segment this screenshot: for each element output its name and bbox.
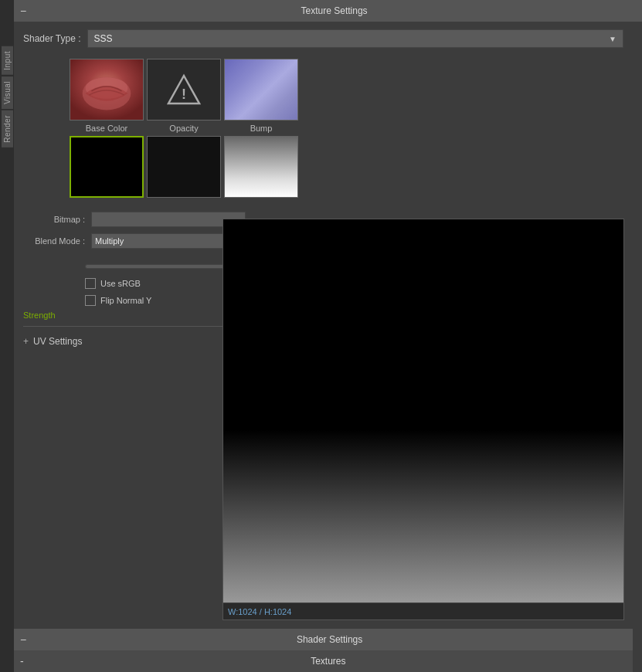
preview-dimensions-label: W:1024 / H:1024: [228, 607, 291, 616]
thumb-opacity-box[interactable]: !: [147, 59, 221, 120]
bitmap-label: Bitmap :: [23, 215, 85, 224]
bump-thumbnail: [225, 59, 297, 120]
textures-collapse-icon[interactable]: -: [20, 655, 24, 667]
shader-settings-title: Shader Settings: [32, 634, 627, 645]
title-bar-label: Texture Settings: [32, 5, 636, 16]
left-tab-visual[interactable]: Visual: [2, 76, 13, 109]
thumb-row2-1: [147, 136, 221, 198]
thumb-row2-2: [224, 136, 298, 198]
shader-type-value: SSS: [94, 33, 113, 44]
title-bar-collapse-button[interactable]: −: [20, 5, 26, 17]
thumbnails-row-1: Base Color ! Opacity: [60, 56, 633, 136]
blend-mode-value: Multiply: [95, 236, 124, 246]
thumb-base-color: Base Color: [70, 59, 144, 133]
thumb-bump: Bump: [224, 59, 298, 133]
blend-mode-label: Blend Mode :: [23, 236, 85, 246]
thumb-row2-0: [70, 136, 144, 198]
thumb-base-color-label: Base Color: [86, 124, 127, 133]
main-panel: − Texture Settings Shader Type : SSS ▼: [14, 0, 642, 672]
thumb-opacity-label: Opacity: [169, 124, 198, 133]
chevron-down-icon: ▼: [609, 35, 617, 43]
preview-canvas: [223, 219, 623, 602]
flip-normal-label: Flip Normal Y: [100, 296, 151, 305]
uv-settings-label: UV Settings: [33, 336, 82, 347]
base-color-thumbnail: [70, 59, 143, 120]
warning-icon: !: [167, 73, 201, 107]
flip-normal-checkbox[interactable]: [85, 295, 96, 306]
thumbnails-row-2: [60, 136, 633, 198]
black-preview-popup: W:1024 / H:1024: [222, 219, 624, 620]
thumb-opacity: ! Opacity: [147, 59, 221, 133]
shader-type-dropdown[interactable]: SSS ▼: [87, 29, 624, 48]
uv-settings-expand-icon: +: [23, 336, 29, 347]
shader-settings-collapse-icon[interactable]: −: [20, 633, 26, 646]
shader-type-label: Shader Type :: [23, 33, 81, 44]
content-area: Shader Type : SSS ▼: [14, 22, 642, 672]
thumb-base-color-box[interactable]: [70, 59, 144, 120]
shader-settings-bar: − Shader Settings: [14, 629, 633, 650]
left-tab-render[interactable]: Render: [2, 110, 13, 148]
thumb-row2-0-box[interactable]: [70, 136, 144, 198]
use-srgb-label: Use sRGB: [100, 279, 141, 288]
thumb-bump-box[interactable]: [224, 59, 298, 120]
strength-slider[interactable]: [85, 264, 239, 269]
gradient-thumbnail: [225, 136, 297, 198]
left-tab-input[interactable]: Input: [2, 46, 13, 75]
left-tabs-panel: Input Visual Render: [0, 0, 14, 672]
textures-bar: - Textures: [14, 650, 633, 672]
title-bar: − Texture Settings: [14, 0, 642, 22]
preview-footer: W:1024 / H:1024: [223, 602, 623, 619]
bottom-section: − Shader Settings - Textures: [14, 629, 633, 672]
textures-title: Textures: [30, 656, 627, 667]
thumb-row2-1-box[interactable]: [147, 136, 221, 198]
shader-type-row: Shader Type : SSS ▼: [14, 22, 633, 56]
svg-text:!: !: [182, 87, 186, 102]
thumb-row2-2-box[interactable]: [224, 136, 298, 198]
thumb-bump-label: Bump: [250, 124, 273, 133]
opacity-warning-box: !: [148, 59, 220, 120]
use-srgb-checkbox[interactable]: [85, 278, 96, 289]
